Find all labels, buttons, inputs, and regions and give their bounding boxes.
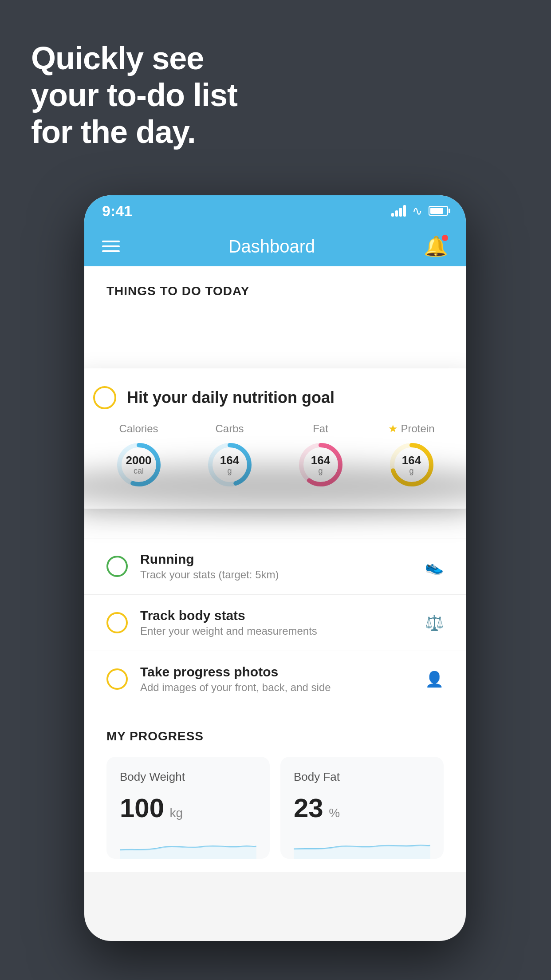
body-fat-unit: % (329, 806, 340, 820)
body-stats-title: Track body stats (140, 608, 413, 623)
status-time: 9:41 (102, 202, 132, 220)
card-shadow (84, 464, 466, 509)
body-weight-label: Body Weight (120, 770, 256, 784)
photos-check-circle (106, 668, 128, 690)
body-fat-label: Body Fat (294, 770, 430, 784)
protein-label: Protein (401, 423, 434, 435)
protein-label-row: ★ Protein (388, 423, 434, 435)
running-icon: 👟 (425, 557, 444, 575)
card-title: Hit your daily nutrition goal (127, 388, 335, 407)
calories-label: Calories (119, 423, 158, 435)
progress-section: MY PROGRESS Body Weight 100 kg (84, 707, 466, 872)
phone-mockup: 9:41 ∿ Dashboard 🔔 THINGS TO (84, 195, 466, 941)
carbs-label: Carbs (215, 423, 244, 435)
nav-bar: Dashboard 🔔 (84, 226, 466, 266)
todo-item-body-stats[interactable]: Track body stats Enter your weight and m… (84, 594, 466, 651)
body-stats-check-circle (106, 612, 128, 633)
progress-heading: MY PROGRESS (106, 729, 444, 743)
photos-text: Take progress photos Add images of your … (140, 664, 413, 694)
progress-cards: Body Weight 100 kg Body Fat (106, 757, 444, 859)
fat-label: Fat (313, 423, 328, 435)
star-icon: ★ (388, 423, 398, 435)
notification-badge (442, 235, 448, 241)
photos-title: Take progress photos (140, 664, 413, 680)
nutrition-card: Hit your daily nutrition goal Calories 2… (84, 368, 466, 509)
headline-line2: your to-do list (31, 77, 237, 114)
signal-icon (391, 205, 406, 217)
headline-line3: for the day. (31, 114, 237, 150)
body-weight-card[interactable]: Body Weight 100 kg (106, 757, 270, 859)
body-weight-value-row: 100 kg (120, 793, 256, 823)
todo-heading: THINGS TO DO TODAY (106, 284, 249, 298)
running-subtitle: Track your stats (target: 5km) (140, 569, 413, 581)
running-text: Running Track your stats (target: 5km) (140, 552, 413, 581)
todo-item-photos[interactable]: Take progress photos Add images of your … (84, 651, 466, 707)
body-fat-sparkline (294, 832, 430, 859)
headline: Quickly see your to-do list for the day. (31, 40, 237, 150)
todo-list: Running Track your stats (target: 5km) 👟… (84, 538, 466, 707)
nav-title: Dashboard (228, 237, 315, 257)
content-area: THINGS TO DO TODAY Hit your daily nutrit… (84, 266, 466, 872)
todo-item-running[interactable]: Running Track your stats (target: 5km) 👟 (84, 538, 466, 594)
status-icons: ∿ (391, 204, 448, 218)
body-stats-subtitle: Enter your weight and measurements (140, 625, 413, 637)
notifications-button[interactable]: 🔔 (424, 235, 448, 258)
body-weight-value: 100 (120, 793, 164, 823)
todo-section-header: THINGS TO DO TODAY (84, 266, 466, 307)
battery-icon (429, 206, 448, 216)
body-weight-sparkline (120, 832, 256, 859)
body-stats-icon: ⚖️ (425, 614, 444, 632)
running-title: Running (140, 552, 413, 567)
body-stats-text: Track body stats Enter your weight and m… (140, 608, 413, 637)
headline-line1: Quickly see (31, 40, 237, 77)
photos-icon: 👤 (425, 670, 444, 688)
body-fat-card[interactable]: Body Fat 23 % (280, 757, 444, 859)
todo-check-circle[interactable] (93, 386, 116, 409)
calories-value: 2000 (126, 454, 152, 467)
status-bar: 9:41 ∿ (84, 195, 466, 226)
photos-subtitle: Add images of your front, back, and side (140, 681, 413, 694)
wifi-icon: ∿ (412, 204, 422, 218)
menu-button[interactable] (102, 241, 120, 252)
body-weight-unit: kg (170, 806, 183, 820)
body-fat-value-row: 23 % (294, 793, 430, 823)
body-fat-value: 23 (294, 793, 323, 823)
card-header: Hit your daily nutrition goal (93, 386, 457, 409)
protein-value: 164 (402, 454, 421, 467)
running-check-circle (106, 556, 128, 577)
